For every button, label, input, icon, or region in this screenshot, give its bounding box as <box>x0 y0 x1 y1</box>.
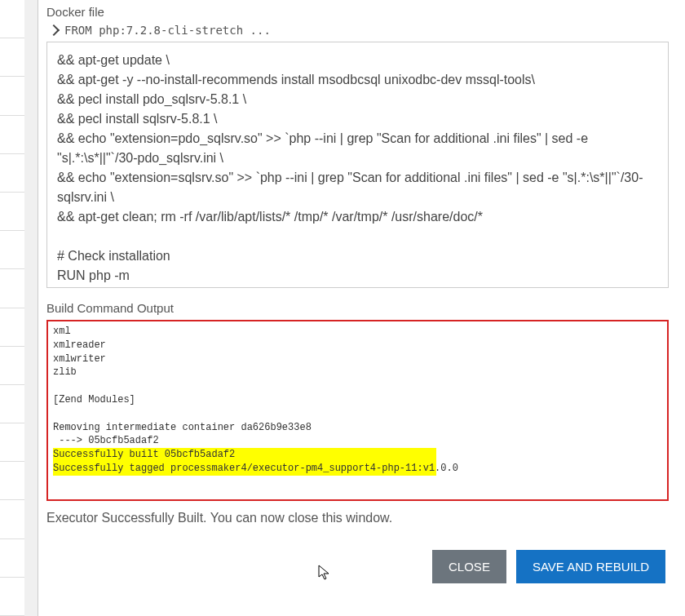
from-line-text: FROM php:7.2.8-cli-stretch ... <box>64 24 271 37</box>
dockerfile-textarea-wrap <box>46 42 669 288</box>
build-output-label: Build Command Output <box>46 301 669 315</box>
build-output-panel[interactable]: xml xmlreader xmlwriter zlib [Zend Modul… <box>46 320 669 501</box>
status-message: Executor Successfully Built. You can now… <box>46 511 669 525</box>
dockerfile-label: Docker file <box>46 5 669 19</box>
output-pre-lines: xml xmlreader xmlwriter zlib [Zend Modul… <box>53 326 312 446</box>
executor-modal: Docker file FROM php:7.2.8-cli-stretch .… <box>38 0 685 616</box>
chevron-right-icon <box>48 24 60 36</box>
output-success-tagged: Successfully tagged processmaker4/execut… <box>53 462 436 476</box>
save-and-rebuild-button[interactable]: SAVE AND REBUILD <box>516 550 665 583</box>
close-button[interactable]: CLOSE <box>432 550 506 583</box>
output-success-built: Successfully built 05bcfb5adaf2 <box>53 448 436 462</box>
modal-button-row: CLOSE SAVE AND REBUILD <box>46 550 669 583</box>
build-output-content: xml xmlreader xmlwriter zlib [Zend Modul… <box>48 321 669 479</box>
background-list <box>0 0 24 616</box>
dockerfile-textarea[interactable] <box>47 42 668 284</box>
dockerfile-from-line[interactable]: FROM php:7.2.8-cli-stretch ... <box>46 24 669 37</box>
